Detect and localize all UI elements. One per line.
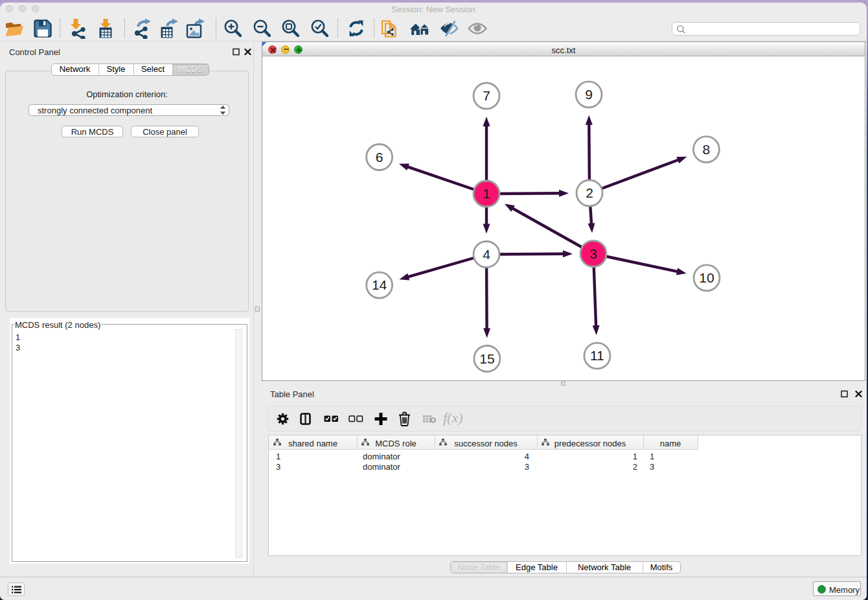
svg-text:2: 2 xyxy=(586,185,593,200)
svg-text:9: 9 xyxy=(585,87,593,102)
svg-text:11: 11 xyxy=(590,348,604,363)
svg-text:7: 7 xyxy=(483,88,490,103)
svg-text:10: 10 xyxy=(699,270,714,285)
svg-text:14: 14 xyxy=(372,277,387,292)
svg-text:8: 8 xyxy=(703,142,711,157)
svg-text:4: 4 xyxy=(483,247,490,262)
svg-text:3: 3 xyxy=(589,246,597,261)
svg-text:1: 1 xyxy=(483,186,490,201)
svg-text:6: 6 xyxy=(376,150,383,165)
svg-text:15: 15 xyxy=(479,351,494,366)
